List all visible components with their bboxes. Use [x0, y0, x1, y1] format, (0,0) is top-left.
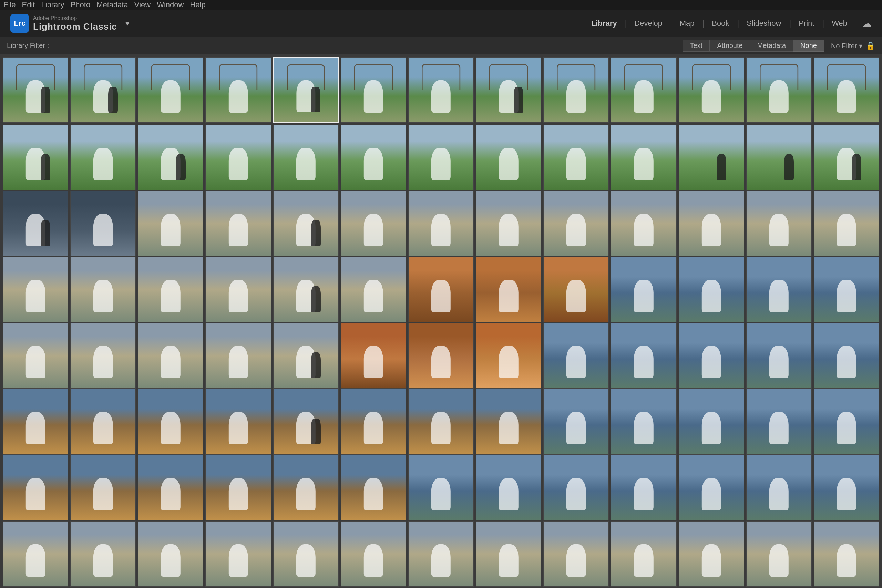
- photo-cell[interactable]: [273, 125, 339, 190]
- photo-cell[interactable]: [3, 125, 68, 190]
- photo-cell[interactable]: [814, 257, 879, 322]
- photo-cell[interactable]: [611, 455, 676, 520]
- photo-cell[interactable]: [3, 455, 68, 520]
- photo-cell[interactable]: [206, 323, 271, 388]
- photo-cell[interactable]: [70, 455, 136, 520]
- filter-lock-icon[interactable]: 🔒: [866, 41, 875, 50]
- photo-cell[interactable]: [679, 57, 744, 123]
- photo-cell[interactable]: [679, 455, 744, 520]
- photo-cell[interactable]: [611, 257, 676, 322]
- photo-cell[interactable]: [476, 257, 541, 322]
- photo-cell[interactable]: [476, 389, 541, 454]
- photo-cell-selected[interactable]: [273, 57, 339, 123]
- photo-cell[interactable]: [138, 323, 203, 388]
- photo-cell[interactable]: [746, 257, 812, 322]
- no-filter-dropdown[interactable]: No Filter ▾: [831, 42, 862, 50]
- photo-cell[interactable]: [408, 257, 474, 322]
- photo-cell[interactable]: [679, 125, 744, 190]
- tab-print[interactable]: Print: [791, 15, 822, 32]
- photo-cell[interactable]: [138, 125, 203, 190]
- photo-cell[interactable]: [746, 389, 812, 454]
- photo-cell[interactable]: [273, 257, 339, 322]
- photo-cell[interactable]: [70, 389, 136, 454]
- photo-cell[interactable]: [476, 323, 541, 388]
- photo-cell[interactable]: [206, 521, 271, 586]
- photo-cell[interactable]: [814, 455, 879, 520]
- photo-cell[interactable]: [611, 323, 676, 388]
- photo-cell[interactable]: [746, 125, 812, 190]
- photo-cell[interactable]: [679, 257, 744, 322]
- photo-cell[interactable]: [3, 57, 68, 123]
- photo-cell[interactable]: [746, 455, 812, 520]
- photo-cell[interactable]: [341, 191, 406, 256]
- tab-develop[interactable]: Develop: [627, 15, 670, 32]
- photo-cell[interactable]: [408, 389, 474, 454]
- photo-cell[interactable]: [138, 191, 203, 256]
- photo-cell[interactable]: [543, 257, 609, 322]
- photo-cell[interactable]: [3, 389, 68, 454]
- photo-cell[interactable]: [814, 57, 879, 123]
- photo-cell[interactable]: [341, 455, 406, 520]
- menu-window[interactable]: Window: [157, 0, 184, 9]
- photo-cell[interactable]: [138, 57, 203, 123]
- photo-cell[interactable]: [408, 191, 474, 256]
- photo-cell[interactable]: [814, 125, 879, 190]
- photo-cell[interactable]: [611, 191, 676, 256]
- photo-cell[interactable]: [679, 389, 744, 454]
- photo-cell[interactable]: [273, 191, 339, 256]
- filter-attribute-btn[interactable]: Attribute: [710, 40, 750, 52]
- photo-cell[interactable]: [70, 323, 136, 388]
- photo-cell[interactable]: [611, 57, 676, 123]
- photo-cell[interactable]: [206, 191, 271, 256]
- photo-cell[interactable]: [138, 455, 203, 520]
- photo-cell[interactable]: [341, 125, 406, 190]
- photo-cell[interactable]: [746, 323, 812, 388]
- photo-cell[interactable]: [341, 521, 406, 586]
- menu-photo[interactable]: Photo: [70, 0, 91, 9]
- photo-cell[interactable]: [611, 521, 676, 586]
- photo-cell[interactable]: [273, 521, 339, 586]
- photo-cell[interactable]: [543, 125, 609, 190]
- photo-cell[interactable]: [206, 257, 271, 322]
- tab-book[interactable]: Book: [704, 15, 737, 32]
- photo-cell[interactable]: [814, 191, 879, 256]
- photo-cell[interactable]: [70, 257, 136, 322]
- photo-cell[interactable]: [70, 521, 136, 586]
- menu-library[interactable]: Library: [41, 0, 64, 9]
- photo-cell[interactable]: [476, 455, 541, 520]
- cloud-icon[interactable]: ☁: [862, 18, 872, 29]
- photo-cell[interactable]: [408, 57, 474, 123]
- tab-web[interactable]: Web: [824, 15, 855, 32]
- tab-slideshow[interactable]: Slideshow: [739, 15, 789, 32]
- photo-cell[interactable]: [679, 521, 744, 586]
- photo-cell[interactable]: [206, 389, 271, 454]
- menu-metadata[interactable]: Metadata: [96, 0, 128, 9]
- photo-cell[interactable]: [543, 389, 609, 454]
- photo-cell[interactable]: [746, 57, 812, 123]
- photo-cell[interactable]: [273, 455, 339, 520]
- photo-cell[interactable]: [408, 455, 474, 520]
- photo-cell[interactable]: [746, 521, 812, 586]
- filter-none-btn[interactable]: None: [793, 40, 824, 52]
- menu-help[interactable]: Help: [190, 0, 206, 9]
- filter-metadata-btn[interactable]: Metadata: [750, 40, 793, 52]
- photo-cell[interactable]: [3, 257, 68, 322]
- photo-cell[interactable]: [543, 521, 609, 586]
- photo-cell[interactable]: [476, 125, 541, 190]
- photo-cell[interactable]: [138, 257, 203, 322]
- photo-cell[interactable]: [611, 125, 676, 190]
- photo-cell[interactable]: [341, 57, 406, 123]
- photo-cell[interactable]: [341, 323, 406, 388]
- photo-cell[interactable]: [814, 323, 879, 388]
- photo-cell[interactable]: [611, 389, 676, 454]
- photo-cell[interactable]: [3, 521, 68, 586]
- menu-view[interactable]: View: [134, 0, 150, 9]
- photo-cell[interactable]: [3, 323, 68, 388]
- menu-file[interactable]: File: [3, 0, 15, 9]
- photo-cell[interactable]: [70, 57, 136, 123]
- photo-cell[interactable]: [679, 323, 744, 388]
- logo-dropdown-icon[interactable]: ▼: [124, 20, 131, 27]
- photo-cell[interactable]: [408, 323, 474, 388]
- photo-cell[interactable]: [476, 191, 541, 256]
- tab-map[interactable]: Map: [672, 15, 702, 32]
